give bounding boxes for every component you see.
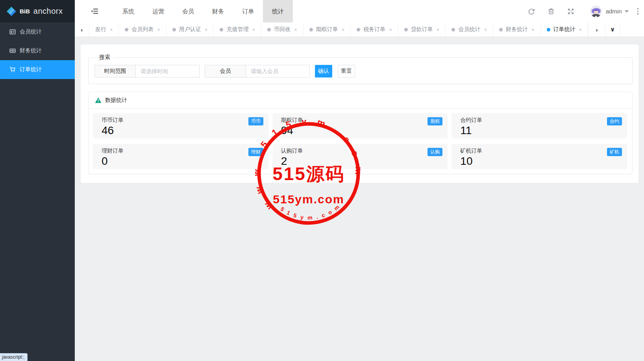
tab-close-icon[interactable]: ×	[157, 27, 160, 33]
fullscreen-icon[interactable]	[567, 8, 574, 15]
nav-item-finance[interactable]: 财务	[203, 0, 233, 22]
stat-label: 理财订单	[102, 147, 260, 155]
tabs-scroll-right[interactable]: ›	[588, 22, 605, 37]
tab-close-icon[interactable]: ×	[437, 27, 440, 33]
tab-close-icon[interactable]: ×	[110, 27, 113, 33]
brand-logo[interactable]: BiB anchorx	[0, 0, 75, 22]
tab-tax-orders[interactable]: 税务订单 ×	[351, 22, 398, 37]
brand-short: BiB	[20, 8, 30, 15]
tab-member-list[interactable]: 会员列表 ×	[119, 22, 167, 37]
tab-user-auth[interactable]: 用户认证 ×	[167, 22, 214, 37]
time-range-input[interactable]	[135, 65, 200, 77]
tab-coin-recycle[interactable]: 币回收 ×	[261, 22, 303, 37]
user-avatar[interactable]	[590, 6, 602, 17]
tab-close-icon[interactable]: ×	[205, 27, 208, 33]
tab-order-stats[interactable]: 订单统计 ×	[541, 22, 588, 37]
stat-card-subscribe: 认购订单 2 认购	[272, 144, 448, 169]
warning-triangle-icon	[95, 97, 102, 103]
tab-recharge[interactable]: 充值管理 ×	[214, 22, 261, 37]
member-stats-icon	[9, 29, 16, 35]
tab-close-icon[interactable]: ×	[294, 27, 297, 33]
sidebar-item-label: 订单统计	[20, 66, 42, 73]
nav-item-member[interactable]: 会员	[173, 0, 203, 22]
member-group: 会员	[205, 65, 310, 77]
tab-label: 充值管理	[226, 26, 248, 33]
stat-value: 2	[281, 155, 439, 168]
brand-name: anchorx	[33, 7, 63, 16]
confirm-button[interactable]: 确认	[315, 65, 332, 77]
tab-dot	[452, 28, 455, 31]
search-row: 时间范围 会员 确认 重置	[94, 65, 626, 77]
order-stats-icon	[9, 66, 16, 73]
stat-badge: 合约	[607, 117, 622, 125]
tab-label: 财务统计	[506, 26, 528, 33]
tab-member-stats[interactable]: 会员统计 ×	[446, 22, 493, 37]
time-range-label: 时间范围	[94, 65, 135, 77]
tab-issue[interactable]: 发行 ×	[89, 22, 119, 37]
tab-dot	[172, 28, 176, 31]
tab-close-icon[interactable]: ×	[484, 27, 487, 33]
stats-title: 数据统计	[105, 97, 127, 104]
stat-label: 合约订单	[460, 117, 618, 124]
tab-label: 会员列表	[131, 26, 154, 33]
sidebar: BiB anchorx 会员统计	[0, 0, 75, 361]
stat-value: 46	[102, 124, 260, 137]
stat-badge: 认购	[427, 148, 442, 156]
tabbar-end-pad	[620, 22, 644, 37]
tabs-scroll-left[interactable]: ‹	[75, 22, 89, 37]
nav-item-system[interactable]: 系统	[113, 0, 143, 22]
stat-badge: 期权	[427, 117, 442, 125]
tab-close-icon[interactable]: ×	[531, 27, 535, 33]
sidebar-menu: 会员统计 财务统计	[0, 22, 75, 79]
sidebar-item-order-stats[interactable]: 订单统计	[0, 60, 75, 79]
nav-item-statistics[interactable]: 统计	[263, 0, 293, 22]
stat-value: 10	[460, 155, 618, 168]
member-label: 会员	[205, 65, 246, 77]
tab-dot	[309, 28, 313, 31]
tab-dot	[125, 28, 128, 31]
tab-option-orders[interactable]: 期权订单 ×	[303, 22, 351, 37]
tabs-menu-toggle[interactable]: ∨	[605, 22, 620, 37]
tab-label: 订单统计	[553, 26, 576, 33]
username[interactable]: admin	[606, 8, 622, 15]
refresh-icon[interactable]	[528, 8, 535, 15]
nav-item-order[interactable]: 订单	[233, 0, 263, 22]
reset-button[interactable]: 重置	[338, 65, 355, 77]
stat-card-coin: 币币订单 46 币币	[93, 113, 268, 138]
tab-dot	[404, 28, 408, 31]
tab-dot	[267, 28, 271, 31]
stat-label: 矿机订单	[460, 147, 618, 155]
status-link-tooltip: javascript:;	[0, 353, 28, 361]
sidebar-collapse-icon[interactable]	[91, 8, 98, 14]
tab-loan-orders[interactable]: 贷款订单 ×	[398, 22, 446, 37]
tab-dot	[220, 28, 223, 31]
tab-close-icon[interactable]: ×	[389, 27, 392, 33]
nav-item-operation[interactable]: 运营	[143, 0, 173, 22]
stat-card-contract: 合约订单 11 合约	[452, 113, 627, 138]
sidebar-item-member-stats[interactable]: 会员统计	[0, 22, 75, 41]
stat-label: 认购订单	[281, 147, 439, 155]
stat-value: 0	[102, 155, 260, 168]
stat-badge: 矿机	[607, 148, 622, 156]
more-dots-icon[interactable]	[637, 8, 639, 15]
trash-icon[interactable]	[548, 8, 555, 15]
tab-finance-stats[interactable]: 财务统计 ×	[493, 22, 541, 37]
tab-label: 贷款订单	[411, 26, 433, 33]
tab-close-icon[interactable]: ×	[252, 27, 255, 33]
tab-label: 会员统计	[458, 26, 480, 33]
sidebar-item-label: 财务统计	[20, 47, 42, 54]
tab-label: 币回收	[274, 26, 291, 33]
tab-label: 期权订单	[316, 26, 338, 33]
stat-label: 币币订单	[102, 117, 260, 124]
stat-label: 期权订单	[281, 117, 439, 124]
tab-close-icon[interactable]: ×	[579, 27, 582, 33]
search-fieldset: 搜索 时间范围 会员 确认 重置	[88, 54, 633, 84]
stats-header: 数据统计	[89, 92, 632, 109]
member-input[interactable]	[246, 65, 310, 77]
user-caret-down-icon[interactable]	[625, 10, 629, 13]
stat-badge: 币币	[248, 117, 263, 125]
tab-close-icon[interactable]: ×	[342, 27, 345, 33]
main-content: 搜索 时间范围 会员 确认 重置	[75, 37, 644, 361]
tab-bar: ‹ 发行 × 会员列表 × 用户认证 × 充值管理 × 币回收 × 期权订单	[75, 22, 644, 37]
sidebar-item-finance-stats[interactable]: 财务统计	[0, 41, 75, 60]
